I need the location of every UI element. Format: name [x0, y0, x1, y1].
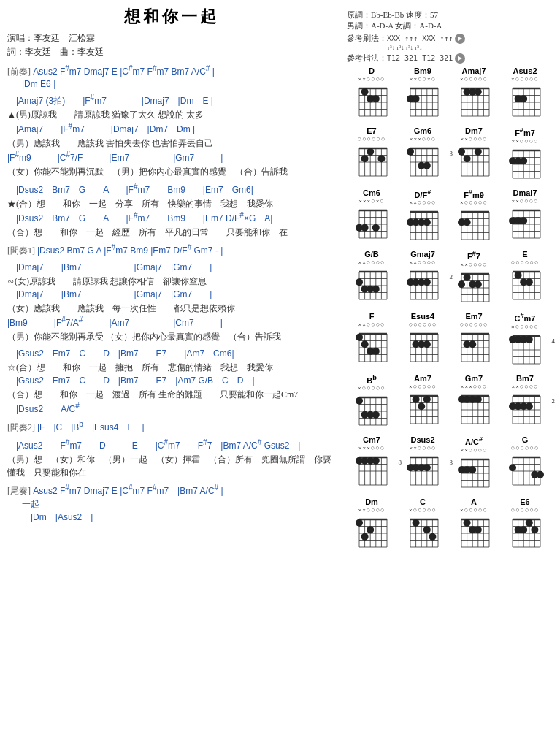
- chord-diagram-Asus2: Asus2×○○○○○: [500, 66, 550, 123]
- svg-point-426: [429, 533, 436, 541]
- credits-line: 詞：李友廷 曲：李友廷: [7, 46, 336, 58]
- svg-point-13: [372, 95, 380, 102]
- chord-diagram-grid: D××○○○○Bm9××○○×○Amaj7×○○○○○Asus2×○○○○○E7…: [347, 66, 556, 554]
- svg-point-94: [464, 155, 471, 162]
- chord-name: Dm7: [465, 126, 483, 135]
- chord-diagram-Gmaj7: Gmaj7××○○○○2: [398, 250, 448, 309]
- svg-point-253: [423, 340, 431, 348]
- fingerpick-play-btn[interactable]: ▶: [455, 53, 465, 64]
- chord-name: F#m9: [464, 188, 484, 199]
- page-container: 想和你一起 演唱：李友廷 江松霖 詞：李友廷 曲：李友廷 [前奏] Asus2 …: [0, 0, 560, 558]
- chord-frame: [505, 514, 545, 554]
- c2-lyric2: （合）想 和你 一起 渡過 所有 生命的難題 只要能和你一起Cm7: [7, 388, 336, 401]
- chord-frame: [352, 205, 391, 245]
- chord-frame: [403, 206, 442, 247]
- open-mute-indicators: ○○○○○○: [511, 259, 540, 266]
- strum-small: r³↓ r³↓ r³↓ r³↓: [347, 44, 556, 51]
- v2-chord1: |Dmaj7 |Bm7 |Gmaj7 |Gm7 |: [7, 262, 336, 274]
- chord-name: A: [471, 497, 477, 506]
- chord-diagram-F#m7: F#m7××○○○○: [500, 126, 550, 186]
- v2-lyric2: （女）應該我 應該我 每一次任性 都只是想依賴你: [7, 302, 336, 315]
- svg-point-165: [520, 217, 527, 224]
- svg-point-95: [475, 148, 482, 156]
- v1-lyric3: （女）你能不能別再沉默 （男）把你內心最真實的感覺 （合）告訴我: [7, 165, 336, 178]
- chord-name: Amaj7: [461, 66, 486, 75]
- chord-diagram-Am7: Am7×○○○○○: [398, 374, 448, 433]
- left-panel: 想和你一起 演唱：李友廷 江松霖 詞：李友廷 曲：李友廷 [前奏] Asus2 …: [0, 0, 343, 558]
- chord-diagram-Gm7: Gm7×××○○○: [449, 374, 499, 433]
- svg-point-93: [458, 148, 465, 156]
- svg-point-266: [469, 340, 476, 348]
- chord-frame: [352, 266, 391, 307]
- svg-point-412: [367, 526, 374, 533]
- chord-frame: [352, 83, 391, 123]
- chord-frame: 2: [403, 266, 442, 307]
- c1-chord2: |Dsus2 Bm7 G A |F#m7 Bm9 |Em7 D/F#×G A|: [7, 211, 336, 225]
- open-mute-indicators: ××○○○○: [460, 262, 487, 268]
- interlude2-chords: |F |C |Bb |Esus4 E |: [37, 422, 145, 432]
- chord-diagram-F#7: F#7××○○○○: [449, 250, 499, 309]
- fret-offset-label: 8: [399, 459, 402, 466]
- outro-chords: Asus2 F#m7 Dmaj7 E |C#m7 F#m7 |Bm7 A/C# …: [33, 486, 223, 496]
- open-mute-indicators: ××○○○○: [409, 445, 436, 451]
- svg-point-53: [520, 95, 527, 102]
- fingerpick-label: 參考指法：: [347, 53, 387, 64]
- svg-point-224: [526, 279, 533, 286]
- chord-name: F: [369, 312, 375, 321]
- outro-label: [尾奏]: [7, 486, 31, 496]
- chord-name: Bm9: [414, 66, 431, 75]
- chord-frame: 8: [352, 451, 391, 492]
- chord-name: F#m7: [515, 126, 535, 137]
- chord-diagram-Esus4: Esus4○○○○○○: [398, 312, 448, 371]
- fret-offset-label: 3: [450, 150, 453, 157]
- fret-offset-label: 2: [450, 273, 453, 280]
- chord-diagram-G/B: G/B××○○○○: [347, 250, 396, 309]
- chorus2-block: |Gsus2 Em7 C D |Bm7 E7 |Am7 Cm6| ☆(合）想 和…: [7, 348, 336, 416]
- strum-label: 參考刷法：: [347, 33, 387, 44]
- chord-frame: [505, 145, 545, 186]
- chord-frame: [454, 514, 494, 554]
- svg-point-384: [469, 466, 476, 473]
- svg-point-454: [526, 519, 533, 527]
- chord-name: Dmai7: [513, 188, 537, 197]
- chorus1-block: |Dsus2 Bm7 G A |F#m7 Bm9 |Em7 Gm6| ★(合）想…: [7, 183, 336, 239]
- svg-point-455: [531, 526, 538, 533]
- verse2-block: |Dmaj7 |Bm7 |Gmaj7 |Gm7 | ∽(女)原諒我 請原諒我 想…: [7, 262, 336, 343]
- open-mute-indicators: ××○○○○: [358, 321, 385, 328]
- transposed-keys: 男調：A-D-A 女調：A-D-A: [347, 20, 556, 31]
- svg-point-309: [418, 402, 425, 410]
- chord-diagram-A: A×○○○○○: [449, 497, 499, 554]
- chord-frame: [505, 451, 545, 492]
- svg-point-122: [361, 224, 369, 231]
- chord-frame: [505, 83, 545, 123]
- open-mute-indicators: ○○○○○○: [358, 136, 386, 142]
- strum-play-btn[interactable]: ▶: [455, 34, 465, 44]
- bridge-lyric: （男）想 （女）和你 （男）一起 （女）揮霍 （合）所有 兜圈無所謂 你要懂我 …: [7, 453, 336, 479]
- svg-point-79: [407, 148, 414, 156]
- open-mute-indicators: ××○○○○: [409, 259, 436, 266]
- svg-point-180: [372, 286, 380, 293]
- chord-frame: [352, 514, 391, 554]
- svg-point-65: [361, 155, 369, 162]
- c1-chord1: |Dsus2 Bm7 G A |F#m7 Bm9 |Em7 Gm6|: [7, 183, 336, 196]
- chord-diagram-C: C×○○○○○: [398, 497, 448, 554]
- outro-chords2: 一起: [7, 498, 336, 511]
- key-info: 原調：Bb-Eb-Bb 速度：57 男調：A-D-A 女調：A-D-A 參考刷法…: [347, 9, 556, 64]
- open-mute-indicators: ××○○○○: [460, 447, 487, 454]
- svg-point-67: [377, 155, 385, 162]
- chord-diagram-E7: E7○○○○○○: [347, 126, 396, 186]
- c2-chord3: |Dsus2 A/C#: [7, 402, 336, 416]
- svg-point-396: [509, 465, 516, 472]
- svg-point-424: [413, 519, 420, 527]
- chord-frame: [352, 328, 391, 369]
- svg-point-398: [537, 471, 544, 478]
- chord-name: F#7: [467, 250, 480, 261]
- intro-chords2: |Dm E6 |: [7, 79, 336, 89]
- chord-name: Asus2: [513, 66, 537, 75]
- chord-diagram-F: F××○○○○: [347, 312, 396, 371]
- chord-name: Gm6: [414, 126, 431, 135]
- chord-diagram-Dsus2: Dsus2××○○○○3: [398, 435, 448, 495]
- chord-name: Am7: [414, 374, 431, 383]
- svg-point-425: [423, 526, 431, 533]
- chord-frame: [403, 83, 442, 123]
